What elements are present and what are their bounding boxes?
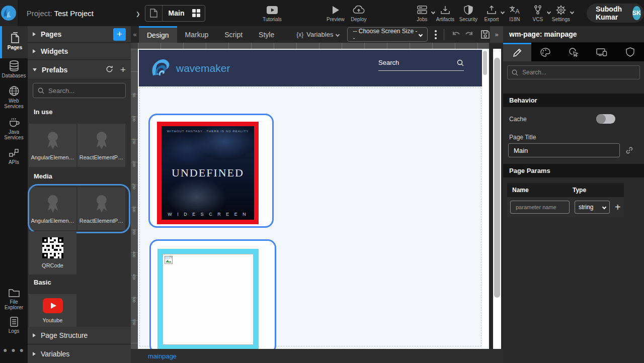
collapse-arrow-icon (33, 49, 36, 53)
settings-button[interactable]: Settings (549, 5, 573, 22)
site-search-input[interactable]: Search (378, 59, 464, 71)
canvas-page-header[interactable]: wavemaker Search (139, 50, 482, 86)
security-button[interactable]: Security (457, 5, 480, 22)
canvas-scrollbar[interactable] (482, 50, 488, 348)
ruler-number: 300 (132, 206, 136, 212)
tab-security[interactable] (616, 43, 644, 61)
properties-panel: wm-page: mainpage Search... Behavior Cac… (503, 26, 644, 363)
undo-button[interactable] (449, 28, 462, 41)
design-canvas[interactable]: wavemaker Search WITHOUT FANTASY...THERE… (138, 49, 489, 349)
search-icon (457, 59, 464, 66)
prefab-search-input[interactable]: Search... (33, 83, 126, 98)
workspace-scrollbar[interactable] (493, 49, 501, 349)
group-title-basic: Basic (34, 279, 51, 286)
page-grid-icon[interactable] (188, 9, 205, 17)
deploy-button[interactable]: Deploy (347, 5, 370, 22)
open-page-tab[interactable]: mainpage (148, 352, 177, 360)
widget-selection-poster[interactable]: WITHOUT FANTASY...THERE IS NO REALITY UN… (148, 114, 274, 228)
widgets-section-header[interactable]: Widgets (28, 43, 131, 60)
tab-styles[interactable] (531, 43, 559, 61)
tab-markup[interactable]: Markup (177, 26, 217, 43)
rail-item-web-services[interactable]: Web Services (0, 85, 28, 109)
screen-size-select[interactable]: -- Choose Screen Size -- (347, 27, 428, 42)
export-button[interactable]: Export (480, 5, 503, 22)
add-parameter-button[interactable]: + (615, 202, 621, 213)
prefab-card-qrcode[interactable]: QRCode (29, 231, 76, 275)
variables-dropdown-icon (336, 32, 340, 36)
variables-button[interactable]: {x} Variables (296, 31, 339, 38)
prefab-card-angular-media[interactable]: AngularElemen… (29, 187, 76, 230)
ruler-number: 250 (132, 184, 136, 190)
ruler-number: 50 (132, 93, 136, 97)
tab-script[interactable]: Script (216, 26, 251, 43)
tab-properties[interactable] (503, 43, 531, 61)
i18n-button[interactable]: A I18N (503, 5, 526, 22)
prefab-ribbon-icon (93, 130, 110, 150)
rail-item-file-explorer[interactable]: File Explorer (0, 288, 28, 310)
preview-button[interactable]: Preview (324, 5, 347, 22)
collapse-left-panel-icon[interactable]: « (131, 26, 139, 43)
tab-events[interactable] (559, 43, 588, 61)
cache-toggle[interactable] (596, 114, 615, 124)
status-bar: mainpage (131, 349, 503, 363)
search-icon (38, 87, 44, 94)
cloud-upload-icon (353, 5, 365, 16)
bind-link-icon[interactable] (625, 146, 633, 156)
rail-item-logs[interactable]: Logs (0, 317, 28, 334)
project-chevron-icon[interactable]: › (136, 5, 140, 21)
canvas-scrollbar-thumb[interactable] (483, 51, 487, 75)
more-menu-icon[interactable] (435, 30, 437, 39)
properties-panel-title: wm-page: mainpage (503, 26, 644, 43)
add-page-button[interactable]: + (113, 28, 126, 41)
rail-item-apis[interactable]: APIs (0, 148, 28, 165)
left-rail: Pages Databases Web Services Java Servic… (0, 26, 28, 363)
expand-right-panel-icon[interactable]: » (490, 26, 503, 43)
prefab-card-angular-inuse[interactable]: AngularElemen… (29, 124, 76, 167)
prefab-ribbon-icon (44, 194, 61, 214)
widget-selection-picture[interactable] (149, 239, 276, 349)
page-selector[interactable]: Main (145, 5, 205, 22)
page-title-input[interactable] (508, 143, 620, 157)
pages-section-header[interactable]: Pages + (28, 26, 131, 43)
expand-arrow-icon (33, 68, 37, 71)
picture-widget[interactable] (157, 249, 259, 349)
parameter-type-select[interactable]: string (575, 201, 610, 214)
rail-item-databases[interactable]: Databases (0, 60, 28, 78)
palette-icon (540, 48, 550, 57)
more-options-icon[interactable]: ● ● ● (0, 346, 28, 354)
server-icon (417, 5, 428, 16)
wavemaker-logo[interactable] (0, 0, 18, 26)
tab-devices[interactable] (588, 43, 616, 61)
add-prefab-icon[interactable]: + (120, 64, 126, 75)
variables-section-header[interactable]: Variables (28, 345, 131, 363)
broken-image-icon (165, 256, 173, 264)
tab-style[interactable]: Style (251, 26, 282, 43)
redo-button[interactable] (462, 28, 475, 41)
rail-item-java-services[interactable]: Java Services (0, 117, 28, 140)
user-menu[interactable]: Subodh Kumar SK (587, 4, 644, 23)
tab-design[interactable]: Design (139, 26, 177, 43)
refresh-prefabs-icon[interactable] (106, 64, 113, 75)
jobs-button[interactable]: Jobs (411, 5, 434, 22)
settings-dropdown-icon (570, 10, 574, 14)
shield-icon (626, 47, 634, 57)
top-bar: Project: Test Project › Main Tutorials P… (0, 0, 644, 26)
properties-search-input[interactable]: Search... (507, 65, 640, 79)
parameter-name-input[interactable] (510, 201, 570, 214)
artifacts-button[interactable]: Artifacts (434, 5, 457, 22)
group-title-media: Media (34, 172, 52, 180)
folder-icon (8, 288, 20, 298)
variables-x-icon: {x} (296, 31, 303, 38)
poster-image-widget[interactable]: WITHOUT FANTASY...THERE IS NO REALITY UN… (157, 122, 259, 224)
page-structure-section-header[interactable]: Page Structure (28, 327, 131, 344)
tutorials-button[interactable]: Tutorials (261, 5, 284, 22)
avatar: SK (632, 6, 641, 20)
rail-item-pages[interactable]: Pages (0, 26, 28, 58)
vcs-button[interactable]: VCS (526, 5, 549, 22)
prefab-card-youtube[interactable]: Youtube (29, 294, 76, 327)
workspace-scrollbar-thumb[interactable] (494, 58, 500, 298)
prefab-card-react-media[interactable]: ReactElementP… (77, 187, 125, 230)
prefabs-section-header[interactable]: Prefabs + (28, 60, 131, 79)
prefab-card-react-inuse[interactable]: ReactElementP… (77, 124, 125, 167)
database-icon (9, 60, 20, 71)
